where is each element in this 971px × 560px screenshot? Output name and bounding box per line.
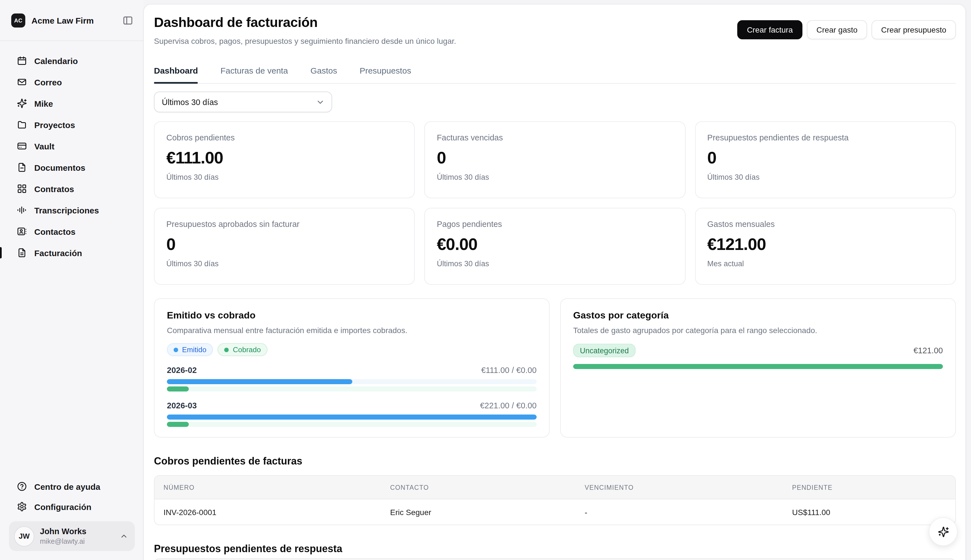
date-range-select[interactable]: Últimos 30 días <box>154 92 332 112</box>
col-vencimiento: Vencimiento <box>576 484 783 491</box>
cell-contacto: Eric Seguer <box>381 507 576 517</box>
bar-group-2026-03: 2026-03 €221.00 / €0.00 <box>167 401 537 427</box>
invoices-table: Número Contacto Vencimiento Pendiente IN… <box>154 475 956 525</box>
sidebar-item-correo[interactable]: Correo <box>7 71 137 93</box>
category-row: Uncategorized €121.00 <box>573 344 943 357</box>
org-initials: AC <box>14 17 22 23</box>
contact-card-icon <box>17 227 27 237</box>
app-window: AC Acme Law Firm Calendario Corre <box>0 0 971 560</box>
sidebar-item-centro-de-ayuda[interactable]: Centro de ayuda <box>0 476 143 497</box>
chart-title: Gastos por categoría <box>573 310 943 321</box>
stat-cards: Cobros pendientes €111.00 Últimos 30 día… <box>154 121 956 285</box>
page-title: Dashboard de facturación <box>154 15 456 30</box>
gear-icon <box>17 502 27 512</box>
cobrado-bar-track <box>167 422 537 427</box>
grid-icon <box>17 184 27 194</box>
col-numero: Número <box>155 484 381 491</box>
card-icon <box>17 141 27 151</box>
sidebar-header: AC Acme Law Firm <box>0 0 143 40</box>
sidebar-toggle-button[interactable] <box>122 14 134 27</box>
stat-card-facturas-vencidas: Facturas vencidas 0 Últimos 30 días <box>425 121 686 198</box>
emitido-vs-cobrado-card: Emitido vs cobrado Comparativa mensual e… <box>154 298 550 438</box>
tab-dashboard[interactable]: Dashboard <box>154 66 198 83</box>
page-header-text: Dashboard de facturación Supervisa cobro… <box>154 15 456 45</box>
avatar: JW <box>14 526 34 546</box>
waveform-icon <box>17 205 27 215</box>
crear-gasto-button[interactable]: Crear gasto <box>807 20 867 39</box>
bar-values-label: €221.00 / €0.00 <box>480 401 537 410</box>
date-range-value: Últimos 30 días <box>162 97 218 107</box>
crear-factura-button[interactable]: Crear factura <box>737 20 802 39</box>
document-icon <box>17 162 27 172</box>
charts-row: Emitido vs cobrado Comparativa mensual e… <box>154 298 956 438</box>
tab-bar: Dashboard Facturas de venta Gastos Presu… <box>154 66 956 84</box>
chart-subtitle: Comparativa mensual entre facturación em… <box>167 326 537 335</box>
bar-group-2026-02: 2026-02 €111.00 / €0.00 <box>167 366 537 392</box>
sidebar-item-documentos[interactable]: Documentos <box>7 157 137 178</box>
sidebar-nav: Calendario Correo Mike Proyectos <box>7 50 137 263</box>
col-contacto: Contacto <box>381 484 576 491</box>
emitido-bar-fill <box>167 379 353 384</box>
table-row[interactable]: INV-2026-0001 Eric Seguer - US$111.00 <box>155 499 955 525</box>
sidebar-item-vault[interactable]: Vault <box>7 135 137 157</box>
sidebar-item-contactos[interactable]: Contactos <box>7 221 137 242</box>
page-header: Dashboard de facturación Supervisa cobro… <box>154 5 956 45</box>
stat-card-presupuestos-pendientes: Presupuestos pendientes de respuesta 0 Ú… <box>695 121 956 198</box>
emitido-bar-fill <box>167 415 537 420</box>
category-bar-fill <box>573 364 943 369</box>
legend-dot-blue <box>174 347 178 352</box>
stat-card-pagos-pendientes: Pagos pendientes €0.00 Últimos 30 días <box>425 208 686 285</box>
sidebar-divider <box>0 40 143 41</box>
avatar-initials: JW <box>19 532 30 540</box>
category-amount: €121.00 <box>913 346 943 355</box>
tab-gastos[interactable]: Gastos <box>310 66 337 83</box>
assistant-fab-button[interactable] <box>929 518 957 545</box>
stat-card-gastos-mensuales: Gastos mensuales €121.00 Mes actual <box>695 208 956 285</box>
stat-card-cobros-pendientes: Cobros pendientes €111.00 Últimos 30 día… <box>154 121 415 198</box>
category-badge: Uncategorized <box>573 344 636 357</box>
header-actions: Crear factura Crear gasto Crear presupue… <box>737 15 956 45</box>
sidebar-item-facturacion[interactable]: Facturación <box>7 242 137 263</box>
sidebar-item-contratos[interactable]: Contratos <box>7 178 137 199</box>
crear-presupuesto-button[interactable]: Crear presupuesto <box>871 20 956 39</box>
tab-presupuestos[interactable]: Presupuestos <box>360 66 411 83</box>
gastos-por-categoria-card: Gastos por categoría Totales de gasto ag… <box>560 298 956 438</box>
user-email: mike@lawty.ai <box>40 538 114 545</box>
folder-icon <box>17 120 27 130</box>
help-icon <box>17 482 27 492</box>
cobrado-bar-track <box>167 387 537 392</box>
cobrado-bar-fill <box>167 387 189 392</box>
panel-left-icon <box>122 15 133 25</box>
category-bar-track <box>573 364 943 369</box>
page-subtitle: Supervisa cobros, pagos, presupuestos y … <box>154 37 456 45</box>
sidebar-item-mike[interactable]: Mike <box>7 93 137 114</box>
cobrado-bar-fill <box>167 422 189 427</box>
sidebar-item-proyectos[interactable]: Proyectos <box>7 114 137 135</box>
col-pendiente: Pendiente <box>783 484 955 491</box>
user-menu[interactable]: JW John Works mike@lawty.ai <box>9 521 135 551</box>
chart-title: Emitido vs cobrado <box>167 310 537 321</box>
main-panel: Dashboard de facturación Supervisa cobro… <box>143 4 966 560</box>
chart-subtitle: Totales de gasto agrupados por categoría… <box>573 326 943 335</box>
legend-chip-emitido[interactable]: Emitido <box>167 343 213 356</box>
sidebar-footer: Centro de ayuda Configuración JW John Wo… <box>0 476 143 551</box>
invoices-section-title: Cobros pendientes de facturas <box>154 455 956 467</box>
quotes-section-title: Presupuestos pendientes de respuesta <box>154 543 956 555</box>
table-header: Número Contacto Vencimiento Pendiente <box>155 476 955 499</box>
chevron-down-icon <box>316 97 325 107</box>
org-name: Acme Law Firm <box>32 15 122 25</box>
invoice-icon <box>17 248 27 258</box>
tab-facturas-de-venta[interactable]: Facturas de venta <box>220 66 288 83</box>
cell-numero: INV-2026-0001 <box>155 507 381 517</box>
mail-icon <box>17 77 27 87</box>
chart-legend: Emitido Cobrado <box>167 343 537 356</box>
emitido-bar-track <box>167 379 537 384</box>
legend-chip-cobrado[interactable]: Cobrado <box>218 343 268 356</box>
sparkles-icon <box>938 526 949 537</box>
emitido-bar-track <box>167 415 537 420</box>
cell-vencimiento: - <box>576 507 783 517</box>
sidebar-item-transcripciones[interactable]: Transcripciones <box>7 199 137 221</box>
sidebar-item-configuracion[interactable]: Configuración <box>0 497 143 517</box>
sidebar-item-calendario[interactable]: Calendario <box>7 50 137 71</box>
user-meta: John Works mike@lawty.ai <box>40 527 114 545</box>
